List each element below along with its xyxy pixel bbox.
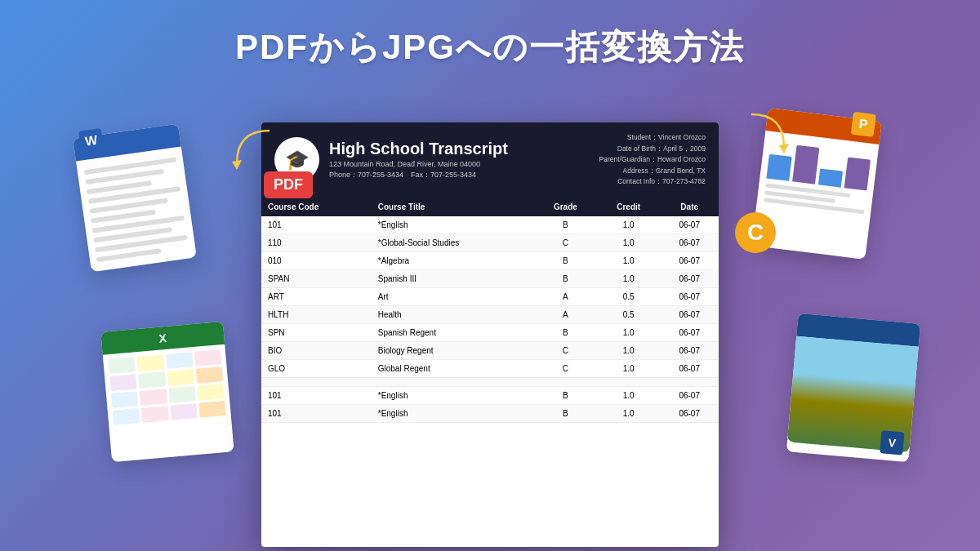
excel-cell: [140, 389, 167, 406]
transcript-title: High School Transcript: [329, 140, 508, 158]
excel-cell: [108, 357, 136, 374]
excel-cell: [168, 386, 196, 403]
arrow-left-icon: [220, 122, 286, 171]
cell-credit: 1.0: [597, 359, 660, 377]
col-header-title: Course Title: [372, 198, 534, 216]
col-header-date: Date: [660, 198, 719, 216]
cell-credit: 1.0: [597, 216, 660, 234]
excel-cell: [113, 408, 140, 425]
cell-code: GLO: [261, 359, 372, 377]
visio-icon: V: [880, 430, 904, 455]
table-row: 101 *English B 1.0 06-07: [261, 216, 719, 234]
cell-title: Spanish Regent: [372, 323, 534, 341]
svg-marker-1: [779, 144, 789, 153]
ppt-bar: [844, 157, 871, 190]
cell-title: *English: [372, 216, 534, 234]
cell-code: 101: [261, 404, 372, 422]
cell-date: 06-07: [660, 359, 719, 377]
student-guardian: Parent/Guardian：Howard Orozco: [599, 154, 706, 166]
cell-grade: B: [534, 323, 597, 341]
svg-marker-0: [232, 160, 242, 170]
table-row: 101 *English B 1.0 06-07: [261, 404, 719, 422]
cell-date: 06-07: [660, 323, 719, 341]
cell-grade: C: [534, 359, 597, 377]
table-row: 101 *English B 1.0 06-07: [261, 386, 719, 404]
table-row: GLO Global Regent C 1.0 06-07: [261, 359, 719, 377]
col-header-code: Course Code: [261, 198, 372, 216]
excel-cell: [165, 352, 193, 369]
cell-grade: B: [534, 216, 597, 234]
pdf-badge: PDF: [264, 171, 313, 198]
cell-title: *English: [372, 386, 534, 404]
word-lines: [76, 146, 198, 278]
cell-credit: 0.5: [597, 305, 660, 323]
table-row: BIO Biology Regent C 1.0 06-07: [261, 341, 719, 359]
cell-title: Spanish III: [372, 269, 534, 287]
excel-document-card: X: [100, 322, 234, 462]
excel-cell: [170, 403, 198, 420]
cell-credit: 1.0: [597, 251, 660, 269]
cell-credit: 1.0: [597, 341, 660, 359]
ppt-bar: [818, 168, 843, 187]
cell-grade: A: [534, 287, 597, 305]
cell-grade: C: [534, 233, 597, 251]
col-header-credit: Credit: [597, 198, 660, 216]
cell-title: Global Regent: [372, 359, 534, 377]
cell-date: 06-07: [660, 269, 719, 287]
cell-grade: B: [534, 404, 597, 422]
cell-code: 101: [261, 386, 372, 404]
student-info: Student：Vincent Orozco Date of Birth：Apr…: [599, 132, 706, 188]
cell-code: 110: [261, 233, 372, 251]
table-row: 010 *Algebra B 1.0 06-07: [261, 251, 719, 269]
arrow-right-icon: [735, 106, 800, 155]
cell-date: 06-07: [660, 233, 719, 251]
excel-cell: [136, 354, 164, 371]
cell-credit: 1.0: [597, 269, 660, 287]
cell-code: HLTH: [261, 305, 372, 323]
word-document-card: W: [73, 124, 197, 272]
table-row: HLTH Health A 0.5 06-07: [261, 305, 719, 323]
excel-grid: [103, 344, 232, 431]
cell-code: ART: [261, 287, 372, 305]
cell-title: Health: [372, 305, 534, 323]
excel-cell: [198, 401, 226, 418]
transcript-table: Course Code Course Title Grade Credit Da…: [261, 198, 719, 423]
ppt-p-icon: P: [851, 112, 876, 137]
table-row: ART Art A 0.5 06-07: [261, 287, 719, 305]
student-dob: Date of Birth：April 5，2009: [599, 144, 706, 155]
cell-code: SPAN: [261, 269, 372, 287]
cell-code: [261, 377, 372, 386]
visio-document-card: V: [786, 313, 920, 462]
cell-date: [660, 377, 719, 386]
ppt-bar: [766, 154, 791, 181]
excel-cell: [197, 384, 225, 401]
cell-title: Biology Regent: [372, 341, 534, 359]
cell-date: 06-07: [660, 386, 719, 404]
word-icon: W: [78, 128, 105, 154]
cell-grade: B: [534, 269, 597, 287]
excel-cell: [111, 391, 139, 408]
c-badge: C: [735, 212, 776, 253]
excel-cell: [195, 367, 223, 384]
cell-grade: B: [534, 251, 597, 269]
cell-credit: 0.5: [597, 287, 660, 305]
page-title: PDFからJPGへの一括変換方法: [0, 0, 980, 70]
cell-credit: 1.0: [597, 404, 660, 422]
cell-date: 06-07: [660, 341, 719, 359]
table-row: SPN Spanish Regent B 1.0 06-07: [261, 323, 719, 341]
cell-title: Art: [372, 287, 534, 305]
col-header-grade: Grade: [534, 198, 597, 216]
cell-grade: C: [534, 341, 597, 359]
cell-credit: [597, 377, 660, 386]
cell-code: SPN: [261, 323, 372, 341]
excel-cell: [109, 374, 137, 391]
table-header-row: Course Code Course Title Grade Credit Da…: [261, 198, 719, 216]
cell-date: 06-07: [660, 287, 719, 305]
school-address: 123 Mountain Road, Dead River, Maine 040…: [329, 160, 508, 168]
excel-cell: [194, 349, 222, 367]
cell-code: 010: [261, 251, 372, 269]
transcript-header: 🎓 High School Transcript 123 Mountain Ro…: [261, 122, 719, 198]
school-phone: Phone：707-255-3434 Fax：707-255-3434: [329, 170, 508, 180]
cell-credit: 1.0: [597, 323, 660, 341]
cell-title: *English: [372, 404, 534, 422]
